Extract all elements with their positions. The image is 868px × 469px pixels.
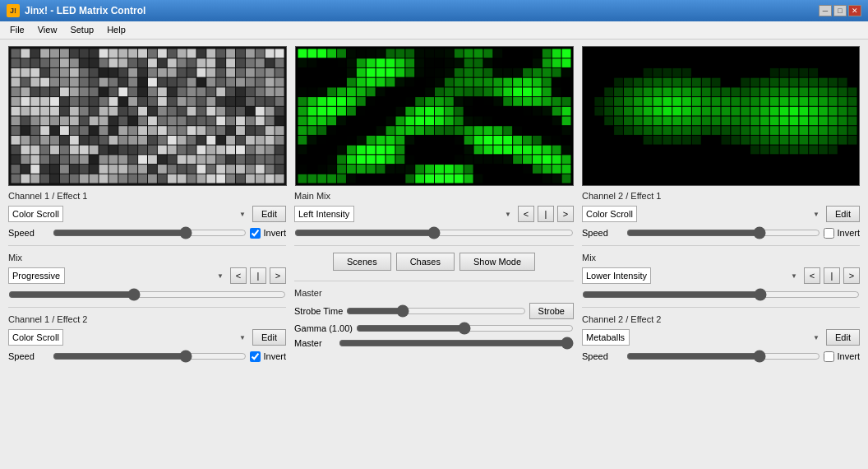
channel1-edit-button[interactable]: Edit	[252, 206, 286, 222]
channel1-controls: Channel 1 / Effect 1 Color Scroll Edit S…	[8, 191, 286, 362]
strobetime-slider[interactable]	[346, 305, 525, 317]
channel2-speed2-slider[interactable]	[626, 351, 820, 362]
channel1-effect-dropdown-wrapper: Color Scroll	[8, 206, 249, 222]
channel1-mix-next-button[interactable]: >	[270, 267, 286, 284]
channel2-invert-checkbox[interactable]	[824, 228, 834, 239]
channel2-label: Channel 2 / Effect 1	[582, 191, 860, 201]
preview-row	[0, 39, 868, 186]
channel1-invert-checkbox[interactable]	[250, 228, 261, 239]
channel2-mix-prev-button[interactable]: <	[804, 267, 820, 284]
channel2-invert2-row: Invert	[824, 351, 860, 362]
channel2-led-canvas	[582, 46, 860, 186]
chases-button[interactable]: Chases	[396, 253, 455, 271]
channel1-speed-slider[interactable]	[53, 227, 247, 239]
channel2-controls: Channel 2 / Effect 1 Color Scroll Edit S…	[582, 191, 860, 362]
channel2-speed2-row: Speed Invert	[582, 351, 860, 362]
mainmix-prev-button[interactable]: <	[518, 206, 534, 222]
channel2-mix-slider[interactable]	[582, 289, 860, 300]
channel1-mix-prev-button[interactable]: <	[230, 267, 247, 284]
master2-row: Master	[294, 337, 574, 349]
channel2-mix-stop-button[interactable]: |	[824, 267, 840, 284]
channel1-effect2-label: Channel 1 / Effect 2	[8, 314, 286, 324]
channel1-invert-row: Invert	[250, 228, 286, 239]
mainmix-controls: Main Mix Left Intensity < | > Scenes Cha…	[294, 191, 574, 362]
mainmix-preview	[295, 46, 574, 186]
gamma-slider[interactable]	[356, 323, 574, 334]
title-bar: J! Jinx! - LED Matrix Control ─ □ ✕	[0, 0, 868, 21]
channel2-invert-row: Invert	[824, 228, 860, 239]
channel2-mix-label: Mix	[582, 253, 860, 262]
channel2-mix-slider-row	[582, 289, 860, 300]
channel2-effect-row: Color Scroll Edit	[582, 206, 860, 222]
strobetime-row: Strobe Time Strobe	[294, 303, 574, 319]
channel1-invert2-label: Invert	[263, 351, 286, 361]
channel2-effect2-dropdown[interactable]: Metaballs	[582, 329, 630, 346]
master2-label: Master	[294, 338, 335, 348]
channel2-invert-label: Invert	[837, 228, 860, 238]
master-label: Master	[294, 288, 574, 298]
channel1-mix-slider-row	[8, 289, 286, 300]
showmode-button[interactable]: Show Mode	[459, 253, 535, 271]
mainmix-dropdown[interactable]: Left Intensity	[294, 206, 354, 222]
main-content: Channel 1 / Effect 1 Color Scroll Edit S…	[0, 39, 868, 469]
channel2-effect2-row: Metaballs Edit	[582, 329, 860, 346]
mainmix-slider-row	[294, 227, 574, 239]
channel1-mix-dropdown-wrapper: Progressive	[8, 267, 227, 284]
channel2-preview	[582, 46, 860, 186]
channel1-effect-dropdown[interactable]: Color Scroll	[8, 206, 63, 222]
channel1-mix-slider[interactable]	[8, 289, 286, 300]
maximize-button[interactable]: □	[833, 5, 847, 16]
channel2-edit2-button[interactable]: Edit	[826, 329, 860, 346]
channel1-mix-dropdown[interactable]: Progressive	[8, 267, 65, 284]
channel2-speed-row: Speed Invert	[582, 227, 860, 239]
channel1-led-canvas	[8, 46, 287, 186]
channel1-invert2-row: Invert	[250, 351, 286, 362]
channel1-speed-row: Speed Invert	[8, 227, 286, 239]
master2-slider[interactable]	[339, 337, 574, 349]
channel2-speed-slider[interactable]	[626, 227, 820, 239]
scenes-button[interactable]: Scenes	[333, 253, 391, 271]
channel1-effect2-dropdown[interactable]: Color Scroll	[8, 329, 63, 346]
channel1-edit2-button[interactable]: Edit	[252, 329, 286, 346]
channel2-edit-button[interactable]: Edit	[826, 206, 860, 222]
app-icon: J!	[7, 4, 20, 17]
menu-help[interactable]: Help	[100, 23, 132, 37]
minimize-button[interactable]: ─	[819, 5, 832, 16]
channel2-speed2-label: Speed	[582, 351, 623, 361]
channel2-effect-dropdown[interactable]: Color Scroll	[582, 206, 637, 222]
controls-area: Channel 1 / Effect 1 Color Scroll Edit S…	[0, 186, 868, 367]
menu-setup[interactable]: Setup	[63, 23, 100, 37]
channel1-speed2-slider[interactable]	[53, 351, 247, 362]
channel2-mix-row: Lower Intensity < | >	[582, 267, 860, 284]
mainmix-dropdown-wrapper: Left Intensity	[294, 206, 515, 222]
channel1-effect2-row: Color Scroll Edit	[8, 329, 286, 346]
channel1-speed-label: Speed	[8, 228, 49, 238]
channel1-preview	[8, 46, 287, 186]
channel1-speed2-label: Speed	[8, 351, 49, 361]
channel2-mix-next-button[interactable]: >	[843, 267, 860, 284]
channel2-mix-dropdown[interactable]: Lower Intensity	[582, 267, 651, 284]
channel2-speed-label: Speed	[582, 228, 623, 238]
window-controls: ─ □ ✕	[819, 5, 861, 16]
close-button[interactable]: ✕	[848, 5, 861, 16]
menu-view[interactable]: View	[31, 23, 64, 37]
mainmix-next-button[interactable]: >	[557, 206, 574, 222]
strobe-button[interactable]: Strobe	[529, 303, 574, 319]
window-title: Jinx! - LED Matrix Control	[25, 5, 814, 16]
mainmix-stop-button[interactable]: |	[538, 206, 554, 222]
menu-file[interactable]: File	[3, 23, 31, 37]
channel1-invert2-checkbox[interactable]	[250, 351, 261, 362]
channel1-mix-row: Progressive < | >	[8, 267, 286, 284]
gamma-label: Gamma (1.00)	[294, 323, 353, 333]
gamma-row: Gamma (1.00)	[294, 323, 574, 334]
channel1-invert-label: Invert	[263, 228, 286, 238]
channel2-effect-dropdown-wrapper: Color Scroll	[582, 206, 823, 222]
channel2-invert2-checkbox[interactable]	[824, 351, 834, 362]
mainmix-led-canvas	[295, 46, 574, 186]
mainmix-slider[interactable]	[294, 227, 574, 239]
channel1-mix-stop-button[interactable]: |	[250, 267, 266, 284]
strobetime-label: Strobe Time	[294, 306, 343, 316]
channel2-invert2-label: Invert	[837, 351, 860, 361]
channel2-effect2-dropdown-wrapper: Metaballs	[582, 329, 823, 346]
scene-chase-row: Scenes Chases Show Mode	[294, 253, 574, 271]
